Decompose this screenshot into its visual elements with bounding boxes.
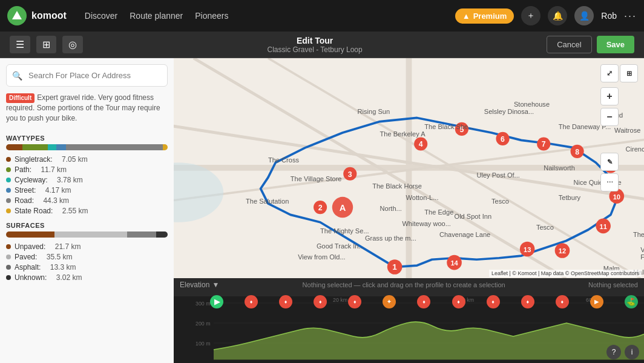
svg-text:Tesco: Tesco: [536, 224, 554, 231]
svg-text:Old Spot Inn: Old Spot Inn: [455, 213, 492, 220]
elevation-panel[interactable]: Elevation ▼ Nothing selected — click and…: [174, 278, 644, 363]
svg-text:14: 14: [450, 259, 458, 267]
top-navigation: komoot Discover Route planner Pioneers ▲…: [0, 0, 644, 32]
waytype-label: State Road:: [15, 207, 53, 215]
map-info-button[interactable]: ⋯: [600, 173, 619, 191]
svg-text:North...: North...: [380, 205, 402, 212]
map-controls: ⤢ ⊞ + − ✎ ⋯: [600, 64, 638, 191]
svg-text:10: 10: [613, 193, 620, 201]
map-container[interactable]: 1 2 3 4 5 6 7 8: [174, 58, 644, 278]
surface-dot: [6, 255, 11, 259]
waytype-item: State Road: 2.55 km: [6, 207, 168, 215]
map-attribution: Leaflet | © Komoot | Map data © OpenStre…: [489, 270, 642, 277]
save-button[interactable]: Save: [597, 36, 634, 53]
waytype-item: Path: 11.7 km: [6, 165, 168, 174]
svg-text:A: A: [340, 203, 346, 213]
view-grid-button[interactable]: ⊞: [36, 36, 56, 53]
surface-item: Unpaved: 21.7 km: [6, 242, 168, 251]
waytype-value: 44.3 km: [43, 196, 69, 205]
main-content: 🔍 DifficultExpert gravel ride. Very good…: [0, 58, 644, 363]
svg-text:3: 3: [348, 170, 352, 179]
more-menu-button[interactable]: ···: [624, 10, 637, 22]
surfaces-bar: [6, 231, 168, 238]
map-edit-button[interactable]: ✎: [600, 153, 619, 171]
elevation-info-button[interactable]: i: [625, 345, 639, 359]
svg-text:Uley Post Of...: Uley Post Of...: [476, 172, 519, 179]
search-box: 🔍: [6, 64, 168, 87]
add-button[interactable]: ＋: [521, 6, 540, 25]
zoom-in-button[interactable]: +: [600, 87, 619, 105]
komoot-logo-text: komoot: [31, 10, 67, 21]
user-name: Rob: [601, 11, 617, 21]
svg-text:300 m: 300 m: [196, 301, 210, 307]
waytype-bar-segment: [66, 144, 163, 150]
elevation-wp-split: ✦: [383, 295, 396, 308]
svg-text:The Berkeley A: The Berkeley A: [380, 130, 426, 138]
edit-tour-bar: ☰ ⊞ ◎ Edit Tour Classic Gravel - Tetbury…: [0, 32, 644, 58]
elevation-waypoints-row: ▶ ♦ ♦ ♦ ♦ ✦ ♦ ♦ ♦ ♦ ♦ ▶ ⛳: [210, 295, 638, 308]
elevation-end-marker: ⛳: [625, 295, 638, 308]
waytype-bar-segment: [163, 144, 168, 150]
elevation-bottom-buttons: ? i: [606, 345, 639, 359]
surface-bar-segment: [6, 231, 54, 238]
elevation-wp-7: ♦: [487, 295, 500, 308]
elevation-status-left: Nothing selected — click and drag on the…: [303, 281, 505, 288]
svg-text:Vale of the Whi...: Vale of the Whi...: [640, 246, 644, 253]
edit-tour-actions: Cancel Save: [547, 36, 634, 53]
waytype-bar-segment: [22, 144, 48, 150]
nav-route-planner[interactable]: Route planner: [130, 11, 183, 21]
edit-tour-view-controls: ☰ ⊞ ◎: [10, 36, 83, 53]
svg-text:7: 7: [542, 140, 546, 148]
search-input[interactable]: [6, 64, 168, 87]
svg-text:Grass up the m...: Grass up the m...: [365, 235, 416, 242]
waytype-item: Street: 4.17 km: [6, 186, 168, 195]
view-map-button[interactable]: ◎: [62, 36, 83, 53]
svg-text:8: 8: [575, 148, 579, 156]
logo[interactable]: komoot: [7, 6, 67, 25]
elevation-wp-3: ♦: [314, 295, 327, 308]
surface-dot: [6, 244, 11, 249]
elevation-title[interactable]: Elevation ▼: [180, 281, 219, 289]
edit-tour-title: Edit Tour: [267, 36, 362, 45]
nav-pioneers[interactable]: Pioneers: [195, 11, 228, 21]
svg-text:11: 11: [600, 223, 607, 230]
komoot-logo-icon: [7, 6, 27, 25]
waytype-bar-segment: [48, 144, 56, 150]
elevation-help-button[interactable]: ?: [606, 345, 621, 359]
surface-value: 3.02 km: [56, 273, 82, 282]
waytypes-section-title: WAYTYPES: [0, 130, 174, 144]
map-expand-button[interactable]: ⤢: [600, 64, 619, 82]
svg-text:The Village Store: The Village Store: [291, 175, 342, 182]
edit-tour-title-area: Edit Tour Classic Gravel - Tetbury Loop: [267, 36, 362, 54]
zoom-out-button[interactable]: −: [600, 108, 619, 126]
waytype-label: Path:: [15, 165, 31, 174]
elevation-wp-1: ♦: [245, 295, 258, 308]
waytype-item: Road: 44.3 km: [6, 196, 168, 205]
view-list-button[interactable]: ☰: [10, 36, 30, 53]
waytype-label: Singletrack:: [15, 155, 53, 164]
elevation-header: Elevation ▼ Nothing selected — click and…: [174, 278, 644, 291]
waytype-dot: [6, 188, 11, 193]
left-sidebar: 🔍 DifficultExpert gravel ride. Very good…: [0, 58, 174, 363]
svg-marker-0: [12, 11, 22, 19]
elevation-status-right: Nothing selected: [588, 281, 638, 288]
waytype-label: Street:: [15, 186, 36, 195]
map-route-svg: 1 2 3 4 5 6 7 8: [174, 58, 644, 278]
surface-item: Asphalt: 13.3 km: [6, 263, 168, 271]
surfaces-section-title: SURFACES: [0, 217, 174, 231]
waytype-label: Road:: [15, 196, 34, 205]
notifications-button[interactable]: 🔔: [548, 6, 567, 25]
waytype-value: 4.17 km: [45, 186, 71, 195]
premium-button[interactable]: ▲ Premium: [455, 8, 514, 24]
cancel-button[interactable]: Cancel: [547, 36, 591, 53]
waytype-dot: [6, 157, 11, 162]
waytype-dot: [6, 198, 11, 203]
svg-text:6: 6: [501, 135, 505, 144]
map-layers-button[interactable]: ⊞: [620, 64, 638, 82]
avatar: 👤: [574, 6, 594, 25]
elevation-wp-9: ♦: [556, 295, 569, 308]
nav-discover[interactable]: Discover: [85, 11, 117, 21]
elevation-wp-2: ♦: [279, 295, 292, 308]
svg-text:Stonehouse: Stonehouse: [514, 101, 550, 108]
waytype-dot: [6, 167, 11, 172]
